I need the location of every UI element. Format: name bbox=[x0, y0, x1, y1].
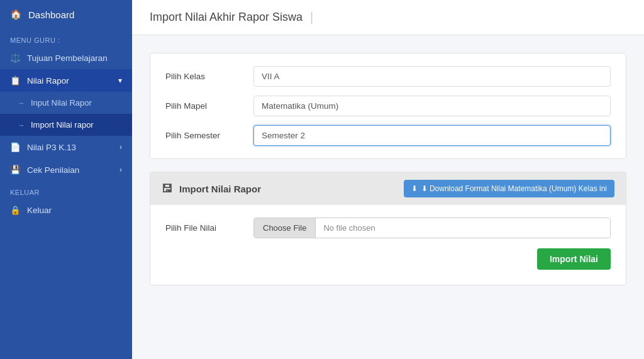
content-area: Pilih Kelas Pilih Mapel Pilih Semester 🖫… bbox=[132, 35, 644, 303]
pilih-file-label: Pilih File Nilai bbox=[165, 223, 253, 233]
nilai-rapor-submenu: → Input Nilai Rapor → Import Nilai rapor bbox=[0, 92, 132, 136]
tujuan-label: Tujuan Pembelajaran bbox=[27, 53, 108, 63]
pilih-semester-label: Pilih Semester bbox=[165, 131, 253, 140]
download-btn-label: ⬇ Download Format Nilai Matematika (Umum… bbox=[421, 184, 607, 193]
import-nilai-label: Import Nilai rapor bbox=[31, 120, 94, 130]
import-nilai-button[interactable]: Import Nilai bbox=[537, 248, 611, 270]
sidebar-item-nilai-rapor[interactable]: 📋 Nilai Rapor ▾ bbox=[0, 69, 132, 92]
sidebar: 🏠 Dashboard MENU GURU : ⚖️ Tujuan Pembel… bbox=[0, 0, 132, 359]
dashboard-icon: 🏠 bbox=[10, 9, 22, 20]
sidebar-item-keluar[interactable]: 🔒 Keluar bbox=[0, 199, 132, 221]
mapel-row: Pilih Mapel bbox=[165, 96, 611, 116]
chevron-down-icon: ▾ bbox=[118, 76, 122, 85]
import-header: 🖫 Import Nilai Rapor ⬇ ⬇ Download Format… bbox=[150, 172, 626, 205]
arrow-icon-2: → bbox=[18, 121, 25, 129]
file-row: Pilih File Nilai Choose File No file cho… bbox=[165, 218, 611, 238]
kelas-row: Pilih Kelas bbox=[165, 66, 611, 87]
download-format-button[interactable]: ⬇ ⬇ Download Format Nilai Matematika (Um… bbox=[404, 180, 614, 197]
keluar-section-label: KELUAR bbox=[0, 181, 132, 199]
pilih-kelas-label: Pilih Kelas bbox=[165, 72, 253, 81]
import-actions: Import Nilai bbox=[165, 248, 611, 270]
sidebar-dashboard[interactable]: 🏠 Dashboard bbox=[0, 0, 132, 29]
main-content: Import Nilai Akhir Rapor Siswa | Pilih K… bbox=[132, 0, 644, 359]
import-btn-label: Import Nilai bbox=[550, 254, 598, 264]
pilih-semester-input[interactable] bbox=[253, 125, 611, 146]
pilih-mapel-input[interactable] bbox=[253, 96, 611, 116]
input-nilai-label: Input Nilai Rapor bbox=[31, 98, 92, 108]
download-icon: ⬇ bbox=[411, 184, 418, 193]
pilih-mapel-label: Pilih Mapel bbox=[165, 101, 253, 111]
choose-file-label: Choose File bbox=[263, 223, 306, 233]
tujuan-icon: ⚖️ bbox=[10, 53, 21, 63]
import-header-label: Import Nilai Rapor bbox=[179, 184, 261, 194]
sidebar-item-tujuan[interactable]: ⚖️ Tujuan Pembelajaran bbox=[0, 47, 132, 69]
page-title: Import Nilai Akhir Rapor Siswa bbox=[150, 11, 303, 24]
no-file-text: No file chosen bbox=[316, 218, 610, 238]
sidebar-item-cek-penilaian[interactable]: 💾 Cek Penilaian › bbox=[0, 158, 132, 181]
sidebar-item-nilai-p3k[interactable]: 📄 Nilai P3 K.13 › bbox=[0, 136, 132, 158]
page-header: Import Nilai Akhir Rapor Siswa | bbox=[132, 0, 644, 35]
semester-row: Pilih Semester bbox=[165, 125, 611, 146]
form-section: Pilih Kelas Pilih Mapel Pilih Semester bbox=[150, 53, 626, 159]
menu-guru-section: MENU GURU : bbox=[0, 29, 132, 47]
import-body: Pilih File Nilai Choose File No file cho… bbox=[150, 205, 626, 285]
sidebar-item-input-nilai[interactable]: → Input Nilai Rapor bbox=[0, 92, 132, 114]
chevron-right-icon: › bbox=[119, 143, 122, 152]
import-section: 🖫 Import Nilai Rapor ⬇ ⬇ Download Format… bbox=[150, 172, 626, 285]
lock-icon: 🔒 bbox=[10, 205, 21, 215]
sidebar-item-import-nilai[interactable]: → Import Nilai rapor bbox=[0, 114, 132, 136]
dashboard-label: Dashboard bbox=[28, 9, 74, 20]
nilai-p3k-icon: 📄 bbox=[10, 142, 21, 152]
pilih-kelas-input[interactable] bbox=[253, 66, 611, 87]
nilai-rapor-icon: 📋 bbox=[10, 75, 21, 86]
nilai-p3k-label: Nilai P3 K.13 bbox=[27, 143, 76, 152]
import-header-left: 🖫 Import Nilai Rapor bbox=[162, 182, 261, 196]
chevron-right-icon-2: › bbox=[119, 165, 122, 174]
header-divider: | bbox=[310, 10, 313, 25]
cek-penilaian-label: Cek Penilaian bbox=[27, 165, 79, 175]
arrow-icon: → bbox=[18, 99, 25, 107]
import-file-icon: 🖫 bbox=[162, 182, 173, 196]
cek-icon: 💾 bbox=[10, 165, 21, 175]
nilai-rapor-label: Nilai Rapor bbox=[27, 76, 69, 86]
file-input-wrapper: Choose File No file chosen bbox=[253, 218, 611, 238]
keluar-label: Keluar bbox=[27, 206, 52, 215]
choose-file-button[interactable]: Choose File bbox=[254, 218, 316, 238]
